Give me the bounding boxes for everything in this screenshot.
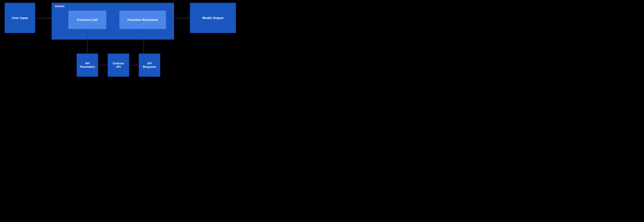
node-label: External API [113, 62, 124, 69]
node-label: API Parameters [80, 62, 95, 69]
node-function-call: Function Call [68, 11, 106, 29]
node-label: Function Response [128, 18, 158, 22]
node-model-output: Model Output [190, 3, 236, 33]
node-label: User Input [12, 16, 28, 20]
node-label: API Response [143, 62, 156, 69]
node-label: Model Output [202, 16, 223, 20]
gemini-label: Gemini [55, 5, 64, 8]
node-api-parameters: API Parameters [76, 54, 98, 77]
node-api-response: API Response [139, 54, 160, 77]
node-function-response: Function Response [119, 11, 166, 29]
node-user-input: User Input [5, 3, 35, 33]
node-label: Function Call [77, 18, 98, 22]
node-external-api: External API [108, 54, 129, 77]
flow-diagram: Gemini User Input Function Call Function… [0, 0, 242, 83]
